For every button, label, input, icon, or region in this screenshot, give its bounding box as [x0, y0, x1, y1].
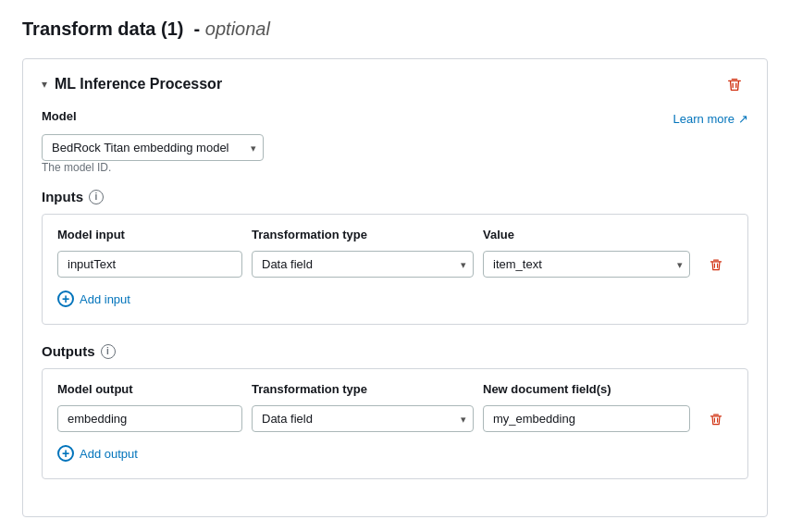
inputs-col-transformation-type: Transformation type	[252, 228, 474, 241]
outputs-col-model-output: Model output	[57, 382, 242, 396]
external-link-icon: ↗	[738, 112, 748, 126]
page-title: Transform data (1) - optional	[22, 19, 768, 40]
outputs-info-icon: i	[101, 344, 116, 359]
outputs-table-header: Model output Transformation type New doc…	[57, 382, 733, 396]
processor-header: ▾ ML Inference Processor	[42, 74, 748, 94]
model-label-row: Model Learn more ↗	[42, 109, 748, 129]
outputs-col-transformation-type: Transformation type	[252, 382, 474, 396]
delete-input-row-button[interactable]	[699, 254, 733, 276]
processor-header-left: ▾ ML Inference Processor	[42, 76, 222, 93]
inputs-table-header: Model input Transformation type Value	[57, 228, 733, 241]
add-input-button[interactable]: + Add input	[57, 287, 130, 311]
outputs-table: Model output Transformation type New doc…	[42, 368, 748, 479]
add-output-button[interactable]: + Add output	[57, 441, 138, 465]
model-select-wrapper: BedRock Titan embedding model ▾	[42, 134, 264, 161]
transformation-type-select[interactable]: Data field Static value	[252, 251, 474, 278]
model-helper-text: The model ID.	[42, 161, 748, 174]
delete-input-trash-icon	[709, 257, 723, 272]
inputs-info-icon: i	[89, 190, 104, 204]
outputs-col-new-document-fields: New document field(s)	[483, 382, 690, 396]
outputs-table-row: Data field Static value ▾	[57, 405, 733, 432]
outputs-label-row: Outputs i	[42, 343, 748, 359]
processor-title: ML Inference Processor	[55, 76, 222, 93]
inputs-col-model-input: Model input	[57, 228, 242, 241]
delete-processor-button[interactable]	[721, 74, 748, 94]
delete-output-row-button[interactable]	[699, 408, 733, 430]
inputs-table: Model input Transformation type Value Da…	[42, 214, 748, 325]
value-select-wrapper: item_text ▾	[483, 251, 690, 278]
outputs-section: Outputs i Model output Transformation ty…	[42, 343, 748, 479]
output-transformation-type-select-wrapper: Data field Static value ▾	[252, 405, 474, 432]
collapse-chevron-icon[interactable]: ▾	[42, 78, 47, 91]
outputs-label: Outputs	[42, 343, 95, 359]
delete-output-trash-icon	[709, 412, 723, 427]
value-select[interactable]: item_text	[483, 251, 690, 278]
add-input-circle-icon: +	[57, 291, 74, 307]
new-document-field-input[interactable]	[483, 405, 690, 432]
model-output-field[interactable]	[57, 405, 242, 432]
transformation-type-select-wrapper: Data field Static value ▾	[252, 251, 474, 278]
inputs-col-value: Value	[483, 228, 690, 241]
add-output-circle-icon: +	[57, 445, 74, 462]
inputs-label-row: Inputs i	[42, 189, 748, 204]
inputs-label: Inputs	[42, 189, 83, 204]
inputs-table-row: Data field Static value ▾ item_text ▾	[57, 251, 733, 278]
model-label: Model	[42, 109, 77, 123]
model-select[interactable]: BedRock Titan embedding model	[42, 134, 264, 161]
trash-icon	[726, 76, 743, 93]
learn-more-link[interactable]: Learn more ↗	[673, 112, 748, 126]
processor-card: ▾ ML Inference Processor Model Learn mor…	[22, 58, 768, 517]
output-transformation-type-select[interactable]: Data field Static value	[252, 405, 474, 432]
model-input-field[interactable]	[57, 251, 242, 278]
